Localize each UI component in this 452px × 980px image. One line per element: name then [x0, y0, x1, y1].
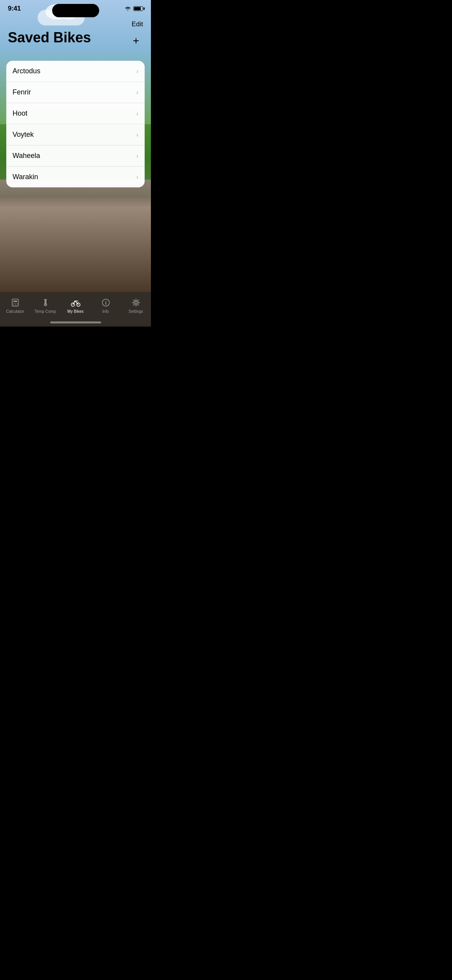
tab-calculator-label: Calculator	[6, 309, 24, 314]
temp-comp-icon	[40, 298, 51, 308]
svg-point-5	[13, 305, 14, 305]
info-icon	[101, 298, 111, 308]
bike-name: Waheela	[13, 152, 40, 160]
bike-name: Arctodus	[13, 67, 40, 75]
bike-list-item[interactable]: Waheela›	[6, 145, 145, 167]
settings-icon	[131, 298, 141, 308]
tab-my-bikes-label: My Bikes	[67, 309, 84, 314]
tab-info-label: Info	[102, 309, 109, 314]
bike-name: Voytek	[13, 131, 34, 139]
bike-name: Hoot	[13, 109, 27, 118]
svg-point-15	[105, 301, 106, 301]
bike-list-item[interactable]: Fenrir›	[6, 82, 145, 103]
svg-rect-1	[13, 301, 17, 302]
tab-info[interactable]: Info	[91, 296, 121, 315]
tab-calculator[interactable]: Calculator	[0, 296, 30, 315]
bike-list-item[interactable]: Voytek›	[6, 124, 145, 145]
edit-button[interactable]: Edit	[132, 20, 143, 28]
svg-point-3	[15, 303, 16, 304]
chevron-right-icon: ›	[136, 110, 138, 117]
tab-settings-label: Settings	[129, 309, 143, 314]
svg-point-4	[16, 303, 17, 304]
bike-list-item[interactable]: Arctodus›	[6, 61, 145, 82]
svg-point-2	[13, 303, 14, 304]
tab-settings[interactable]: Settings	[121, 296, 151, 315]
tab-my-bikes[interactable]: My Bikes	[60, 296, 91, 315]
wifi-icon	[125, 6, 131, 11]
svg-point-10	[45, 304, 46, 305]
bike-list-item[interactable]: Warakin›	[6, 167, 145, 187]
svg-point-7	[16, 305, 17, 305]
bikes-list: Arctodus›Fenrir›Hoot›Voytek›Waheela›Wara…	[6, 61, 145, 187]
rocks-bg	[0, 180, 151, 292]
calculator-icon	[10, 298, 20, 308]
add-bike-button[interactable]: +	[129, 34, 143, 48]
status-right-icons	[125, 6, 143, 11]
phone-container: 9:41 Edit Saved Bikes + Arctodus›Fenrir›…	[0, 0, 151, 327]
svg-point-6	[15, 305, 16, 305]
chevron-right-icon: ›	[136, 89, 138, 96]
chevron-right-icon: ›	[136, 68, 138, 75]
battery-icon	[133, 6, 143, 11]
bike-name: Warakin	[13, 173, 38, 181]
bike-list-item[interactable]: Hoot›	[6, 103, 145, 124]
battery-fill	[134, 7, 141, 10]
page-title: Saved Bikes	[8, 30, 143, 45]
svg-point-16	[135, 301, 137, 304]
tab-temp-comp-label: Temp Comp	[34, 309, 56, 314]
svg-point-17	[134, 300, 138, 305]
my-bikes-icon	[71, 298, 81, 308]
bike-name: Fenrir	[13, 88, 31, 96]
page-header: Edit Saved Bikes +	[0, 17, 151, 52]
chevron-right-icon: ›	[136, 131, 138, 138]
chevron-right-icon: ›	[136, 152, 138, 160]
home-indicator	[50, 321, 101, 323]
dynamic-island	[52, 4, 99, 17]
chevron-right-icon: ›	[136, 174, 138, 181]
tab-temp-comp[interactable]: Temp Comp	[30, 296, 60, 315]
status-time: 9:41	[8, 5, 21, 13]
